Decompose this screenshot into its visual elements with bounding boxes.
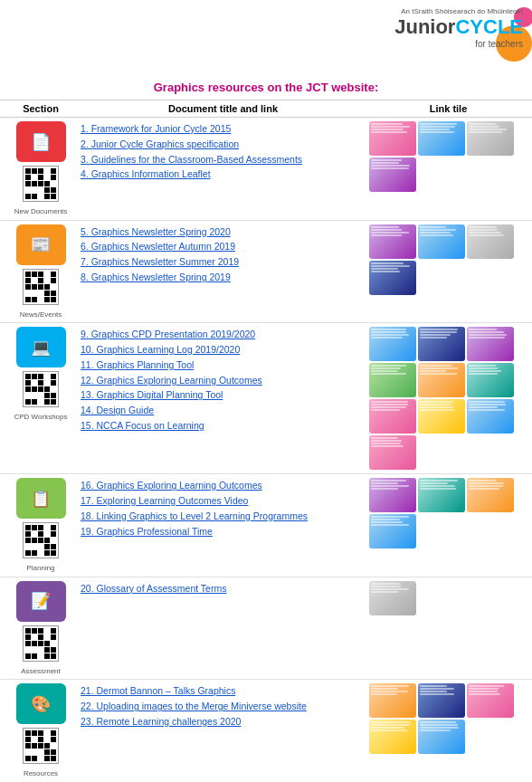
subtitle: An tSraith Shóisearach do Mhúinteoirí: [394, 7, 523, 15]
tile-cpd-workshops-8[interactable]: [467, 399, 514, 434]
tile-planning-1[interactable]: [418, 478, 465, 512]
link-22[interactable]: 22. Uploading images to the Merge Minive…: [81, 699, 369, 714]
qr-code: [23, 166, 59, 202]
section-label-planning: Planning: [26, 564, 54, 573]
tile-planning-2[interactable]: [467, 478, 514, 512]
tile-resources-2[interactable]: [467, 683, 514, 718]
header: An tSraith Shóisearach do Mhúinteoirí Ju…: [0, 0, 532, 77]
col-title-header: Document title and link: [77, 103, 369, 114]
section-label-resources: Resources: [24, 769, 58, 778]
section-row-cpd-workshops: 💻CPD Workshops9. Graphics CPD Presentati…: [0, 323, 532, 474]
tile-planning-0[interactable]: [369, 478, 416, 512]
tile-news-events-3[interactable]: [369, 261, 416, 295]
link-9[interactable]: 9. Graphics CPD Presentation 2019/2020: [81, 327, 369, 342]
link-2[interactable]: 2. Junior Cycle Graphics specification: [81, 137, 369, 152]
section-row-planning: 📋Planning16. Graphics Exploring Learning…: [0, 474, 532, 577]
sections-container: 📄New Documents1. Framework for Junior Cy…: [0, 118, 532, 782]
col-tile-header: Link tile: [369, 103, 527, 114]
section-icon-planning: 📋Planning: [5, 478, 77, 573]
tile-news-events-0[interactable]: [369, 224, 416, 259]
tile-resources-3[interactable]: [369, 720, 416, 754]
section-icon-new-docs: 📄New Documents: [5, 121, 77, 216]
tile-resources-4[interactable]: [418, 720, 465, 754]
brand-junior: Junior: [394, 15, 455, 38]
tile-resources-0[interactable]: [369, 683, 416, 718]
link-11[interactable]: 11. Graphics Planning Tool: [81, 358, 369, 373]
tile-cpd-workshops-2[interactable]: [467, 327, 514, 361]
tile-new-docs-0[interactable]: [369, 121, 416, 156]
tile-planning-3[interactable]: [369, 514, 416, 548]
section-icon-box-assessment: 📝: [16, 581, 66, 622]
link-17[interactable]: 17. Exploring Learning Outcomes Video: [81, 493, 369, 509]
tile-news-events-1[interactable]: [418, 224, 465, 259]
qr-code: [23, 269, 59, 305]
tile-cpd-workshops-9[interactable]: [369, 435, 416, 470]
section-icon-news-events: 📰News/Events: [5, 224, 77, 319]
section-icon-assessment: 📝Assessment: [5, 581, 77, 676]
jct-logo: An tSraith Shóisearach do Mhúinteoirí Ju…: [394, 7, 523, 49]
link-6[interactable]: 6. Graphics Newsletter Autumn 2019: [81, 239, 369, 254]
link-10[interactable]: 10. Graphics Learning Log 2019/2020: [81, 342, 369, 358]
links-col-cpd-workshops: 9. Graphics CPD Presentation 2019/202010…: [77, 327, 369, 434]
tile-cpd-workshops-1[interactable]: [418, 327, 465, 361]
tile-cpd-workshops-5[interactable]: [467, 363, 514, 397]
link-20[interactable]: 20. Glossary of Assessment Terms: [81, 581, 369, 596]
link-23[interactable]: 23. Remote Learning challenges 2020: [81, 714, 369, 730]
qr-code: [23, 522, 59, 558]
section-label-assessment: Assessment: [21, 667, 61, 676]
section-icon-cpd-workshops: 💻CPD Workshops: [5, 327, 77, 422]
section-icon-box-new-docs: 📄: [16, 121, 66, 162]
qr-code: [23, 625, 59, 662]
link-15[interactable]: 15. NCCA Focus on Learning: [81, 418, 369, 434]
tile-cpd-workshops-0[interactable]: [369, 327, 416, 361]
section-label-news-events: News/Events: [20, 310, 62, 319]
tile-new-docs-3[interactable]: [369, 157, 416, 192]
tile-cpd-workshops-7[interactable]: [418, 399, 465, 434]
section-icon-box-resources: 🎨: [16, 683, 66, 724]
tile-new-docs-2[interactable]: [467, 121, 514, 156]
qr-code: [23, 371, 59, 407]
brand-for-teachers: for teachers: [394, 39, 523, 49]
section-icon-box-cpd-workshops: 💻: [16, 327, 66, 367]
section-icon-box-planning: 📋: [16, 478, 66, 519]
link-21[interactable]: 21. Dermot Bannon – Talks Graphics: [81, 683, 369, 699]
brand-name: JuniorCYCLE: [394, 15, 523, 39]
link-14[interactable]: 14. Design Guide: [81, 403, 369, 418]
tiles-col-planning: [369, 478, 527, 548]
section-label-new-docs: New Documents: [14, 207, 68, 216]
tile-resources-1[interactable]: [418, 683, 465, 718]
link-16[interactable]: 16. Graphics Exploring Learning Outcomes: [81, 478, 369, 493]
section-row-resources: 🎨Resources21. Dermot Bannon – Talks Grap…: [0, 680, 532, 782]
tile-cpd-workshops-3[interactable]: [369, 363, 416, 397]
links-col-new-docs: 1. Framework for Junior Cycle 20152. Jun…: [77, 121, 369, 182]
links-col-planning: 16. Graphics Exploring Learning Outcomes…: [77, 478, 369, 539]
section-row-assessment: 📝Assessment20. Glossary of Assessment Te…: [0, 577, 532, 681]
link-7[interactable]: 7. Graphics Newsletter Summer 2019: [81, 254, 369, 270]
section-icon-resources: 🎨Resources: [5, 683, 77, 778]
link-4[interactable]: 4. Graphics Information Leaflet: [81, 167, 369, 182]
section-icon-box-news-events: 📰: [16, 224, 66, 265]
link-1[interactable]: 1. Framework for Junior Cycle 2015: [81, 121, 369, 137]
links-col-assessment: 20. Glossary of Assessment Terms: [77, 581, 369, 596]
tile-assessment-0[interactable]: [369, 581, 416, 615]
tiles-col-assessment: [369, 581, 527, 615]
links-col-news-events: 5. Graphics Newsletter Spring 20206. Gra…: [77, 224, 369, 285]
tile-new-docs-1[interactable]: [418, 121, 465, 156]
tile-cpd-workshops-6[interactable]: [369, 399, 416, 434]
link-12[interactable]: 12. Graphics Exploring Learning Outcomes: [81, 373, 369, 388]
link-13[interactable]: 13. Graphics Digital Planning Tool: [81, 387, 369, 403]
tile-news-events-2[interactable]: [467, 224, 514, 259]
section-label-cpd-workshops: CPD Workshops: [14, 413, 68, 422]
link-5[interactable]: 5. Graphics Newsletter Spring 2020: [81, 224, 369, 240]
link-18[interactable]: 18. Linking Graphics to Level 2 Learning…: [81, 509, 369, 524]
page-title: Graphics resources on the JCT website:: [0, 77, 532, 100]
col-section-header: Section: [5, 103, 77, 114]
link-8[interactable]: 8. Graphics Newsletter Spring 2019: [81, 270, 369, 285]
link-19[interactable]: 19. Graphics Professional Time: [81, 524, 369, 539]
qr-code: [23, 728, 59, 764]
tiles-col-news-events: [369, 224, 527, 295]
link-3[interactable]: 3. Guidelines for the Classroom-Based As…: [81, 152, 369, 167]
section-row-news-events: 📰News/Events5. Graphics Newsletter Sprin…: [0, 221, 532, 324]
links-col-resources: 21. Dermot Bannon – Talks Graphics22. Up…: [77, 683, 369, 729]
tile-cpd-workshops-4[interactable]: [418, 363, 465, 397]
